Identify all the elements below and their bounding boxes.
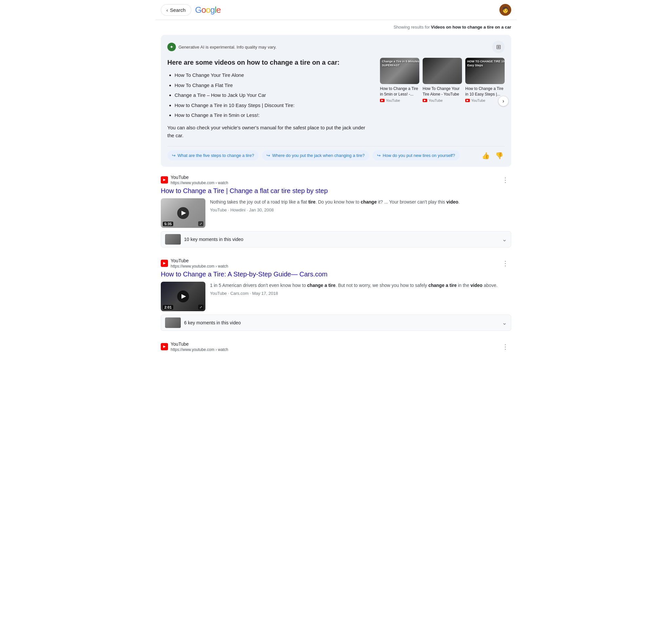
grid-icon: ⊞ xyxy=(496,43,501,51)
result-item-1: YouTube https://www.youtube.com › watch … xyxy=(161,174,511,250)
thumbs-up-icon: 👍 xyxy=(482,152,490,159)
back-arrow-icon: ‹ xyxy=(166,7,168,13)
followup-arrow-icon-1: ↪ xyxy=(172,153,175,158)
result-desc-text-2: 1 in 5 American drivers don't even know … xyxy=(210,282,511,289)
ai-sparkle-icon: ✦ xyxy=(167,43,176,51)
thumbs-up-button[interactable]: 👍 xyxy=(480,150,491,161)
result-source-info-2: YouTube https://www.youtube.com › watch xyxy=(171,258,497,269)
result-meta-1: YouTube · Howdini · Jan 30, 2008 xyxy=(210,208,511,212)
key-moments-thumb-2 xyxy=(165,318,181,328)
avatar[interactable]: 🧑 xyxy=(499,4,511,16)
thumbs-down-icon: 👎 xyxy=(495,152,503,159)
result-menu-button-3[interactable]: ⋮ xyxy=(499,342,511,351)
result-title-1[interactable]: How to Change a Tire | Change a flat car… xyxy=(161,186,511,195)
next-videos-button[interactable]: › xyxy=(498,96,509,107)
key-moments-label-1: 10 key moments in this video xyxy=(184,237,499,242)
result-source-url-2: https://www.youtube.com › watch xyxy=(171,264,228,269)
yt-label-1: YouTube xyxy=(386,98,400,102)
back-button[interactable]: ‹ Search xyxy=(161,4,191,16)
thumb-overlay-3: HOW TO CHANGE TIRE 10 Easy Steps xyxy=(467,60,505,67)
chevron-right-icon: › xyxy=(502,98,504,104)
result-thumbnail-1[interactable]: 5:35 ⤢ xyxy=(161,198,206,228)
result-source-info-3: YouTube https://www.youtube.com › watch xyxy=(171,342,497,352)
key-moments-1[interactable]: 10 key moments in this video ⌄ xyxy=(161,231,511,248)
result-source-info-1: YouTube https://www.youtube.com › watch xyxy=(171,174,497,185)
play-button-1[interactable] xyxy=(177,207,189,219)
ai-disclaimer: Generative AI is experimental. Info qual… xyxy=(178,45,277,50)
followup-chip-3[interactable]: ↪ How do you put new tires on yourself? xyxy=(373,150,459,161)
ai-list: How To Change Your Tire Alone How To Cha… xyxy=(167,72,374,119)
list-item: How to Change a Tire in 5min or Less!: xyxy=(174,112,374,119)
result-title-2[interactable]: How to Change a Tire: A Step-by-Step Gui… xyxy=(161,270,511,278)
youtube-source-icon-2 xyxy=(161,260,168,267)
key-moments-2[interactable]: 6 key moments in this video ⌄ xyxy=(161,314,511,331)
google-logo: Google xyxy=(195,5,221,15)
list-item: How To Change a Flat Tire xyxy=(174,82,374,89)
thumb-overlay-1: Change a Tire in 5 Minutes SUPERFAST xyxy=(382,60,419,67)
expand-icon-2: ⤢ xyxy=(198,305,203,309)
result-thumbnail-2[interactable]: 2:01 ⤢ xyxy=(161,282,206,311)
grid-view-button[interactable]: ⊞ xyxy=(492,41,505,53)
results-meta-query: Videos on how to change a tire on a car xyxy=(431,25,511,29)
feedback-row: 👍 👎 xyxy=(480,150,505,161)
result-body-2: 2:01 ⤢ 1 in 5 American drivers don't eve… xyxy=(161,282,511,311)
result-source-name-2: YouTube xyxy=(171,258,497,263)
ai-card-title: Here are some videos on how to change a … xyxy=(167,58,374,67)
followup-chip-1[interactable]: ↪ What are the five steps to change a ti… xyxy=(167,150,259,161)
followup-row: ↪ What are the five steps to change a ti… xyxy=(167,146,505,161)
result-menu-button-2[interactable]: ⋮ xyxy=(499,259,511,268)
list-item: How to Change a Tire in 10 Easy Steps | … xyxy=(174,102,374,109)
result-source-3: YouTube https://www.youtube.com › watch … xyxy=(161,342,511,352)
followup-chip-2[interactable]: ↪ Where do you put the jack when changin… xyxy=(262,150,369,161)
expand-icon-1: ⤢ xyxy=(198,221,203,226)
followup-label-1: What are the five steps to change a tire… xyxy=(177,153,254,158)
ai-extra-text: You can also check your vehicle's owner'… xyxy=(167,124,374,140)
play-button-2[interactable] xyxy=(177,290,189,302)
video-duration-2: 2:01 xyxy=(163,305,173,309)
key-moments-arrow-1: ⌄ xyxy=(502,236,507,243)
youtube-source-icon-3 xyxy=(161,343,168,350)
key-moments-arrow-2: ⌄ xyxy=(502,319,507,326)
result-menu-button-1[interactable]: ⋮ xyxy=(499,175,511,185)
result-source-name-3: YouTube xyxy=(171,342,497,347)
result-source-name-1: YouTube xyxy=(171,174,497,180)
ai-content: Here are some videos on how to change a … xyxy=(167,58,505,145)
thumb-title-2: How To Change Your Tire Alone - YouTube xyxy=(423,86,462,97)
yt-badge-1: YouTube xyxy=(380,98,419,102)
video-thumbnails: Change a Tire in 5 Minutes SUPERFAST How… xyxy=(380,58,505,145)
header: ‹ Search Google 🧑 xyxy=(155,0,517,20)
video-duration-1: 5:35 xyxy=(163,221,173,226)
youtube-icon-2 xyxy=(423,99,427,102)
followup-label-3: How do you put new tires on yourself? xyxy=(383,153,455,158)
avatar-icon: 🧑 xyxy=(502,6,509,14)
video-thumb-2[interactable]: How To Change Your Tire Alone - YouTube … xyxy=(423,58,462,145)
ai-card: ✦ Generative AI is experimental. Info qu… xyxy=(161,35,511,167)
ai-label: ✦ Generative AI is experimental. Info qu… xyxy=(167,43,277,51)
list-item: How To Change Your Tire Alone xyxy=(174,72,374,79)
result-source-url-1: https://www.youtube.com › watch xyxy=(171,181,228,185)
result-item-3: YouTube https://www.youtube.com › watch … xyxy=(161,342,511,356)
result-source-2: YouTube https://www.youtube.com › watch … xyxy=(161,258,511,269)
youtube-source-icon-1 xyxy=(161,176,168,184)
results-meta-prefix: Showing results for xyxy=(393,25,431,29)
back-label: Search xyxy=(170,7,186,13)
ai-card-header: ✦ Generative AI is experimental. Info qu… xyxy=(167,41,505,53)
result-desc-1: Nothing takes the joy out of a road trip… xyxy=(210,198,511,228)
key-moments-thumb-1 xyxy=(165,234,181,244)
thumbs-down-button[interactable]: 👎 xyxy=(494,150,505,161)
yt-label-3: YouTube xyxy=(471,98,485,102)
result-source-1: YouTube https://www.youtube.com › watch … xyxy=(161,174,511,185)
result-item-2: YouTube https://www.youtube.com › watch … xyxy=(161,258,511,333)
list-item: Change a Tire – How to Jack Up Your Car xyxy=(174,92,374,99)
search-results: YouTube https://www.youtube.com › watch … xyxy=(155,172,517,366)
ai-text: Here are some videos on how to change a … xyxy=(167,58,374,145)
results-meta: Showing results for Videos on how to cha… xyxy=(155,20,517,32)
thumb-image-1: Change a Tire in 5 Minutes SUPERFAST xyxy=(380,58,419,84)
result-meta-2: YouTube · Cars.com · May 17, 2018 xyxy=(210,291,511,296)
thumb-title-1: How to Change a Tire in 5min or Less! -.… xyxy=(380,86,419,97)
header-left: ‹ Search Google xyxy=(161,4,220,16)
followup-arrow-icon-2: ↪ xyxy=(266,153,270,158)
youtube-icon-3 xyxy=(465,99,470,102)
key-moments-label-2: 6 key moments in this video xyxy=(184,320,499,325)
video-thumb-1[interactable]: Change a Tire in 5 Minutes SUPERFAST How… xyxy=(380,58,419,145)
